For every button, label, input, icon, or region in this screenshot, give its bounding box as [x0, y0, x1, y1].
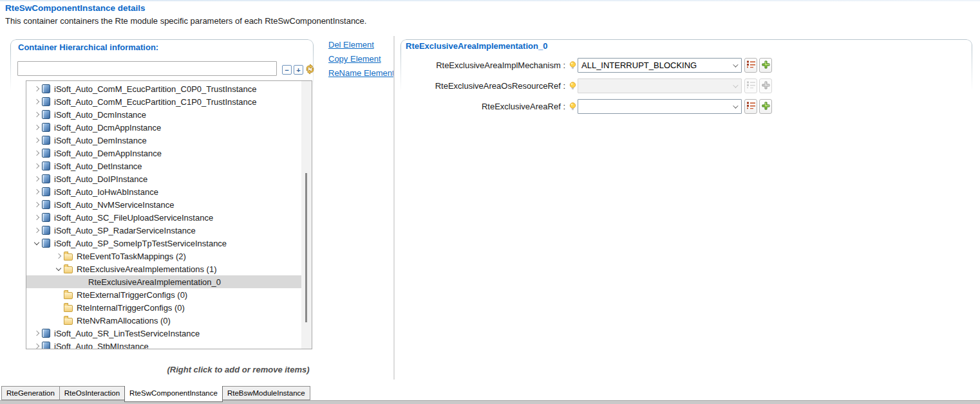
- module-icon: [42, 123, 50, 132]
- expander-spacer: [55, 288, 64, 301]
- tree-item-label: RteExternalTriggerConfigs (0): [77, 290, 187, 300]
- container-hierarchy-tree[interactable]: iSoft_Auto_ComM_EcucPartition_C0P0_Trust…: [26, 80, 312, 349]
- field-combobox[interactable]: [578, 99, 742, 114]
- field-row: RteExclusiveAreaOsResourceRef :: [406, 78, 772, 93]
- module-icon: [42, 161, 50, 170]
- tree-item[interactable]: RteExternalTriggerConfigs (0): [26, 288, 301, 301]
- tree-item[interactable]: iSoft_Auto_DcmInstance: [26, 108, 301, 121]
- module-icon: [42, 226, 50, 235]
- tree-item[interactable]: iSoft_Auto_ComM_EcucPartition_C0P0_Trust…: [26, 82, 301, 95]
- folder-icon: [64, 266, 73, 273]
- chevron-right-icon[interactable]: [55, 250, 64, 262]
- field-label: RteExclusiveAreaImplMechanism :: [406, 60, 565, 70]
- chevron-right-icon[interactable]: [33, 134, 42, 147]
- module-icon: [42, 174, 50, 183]
- tree-item[interactable]: iSoft_Auto_DcmAppInstance: [26, 121, 301, 134]
- field-combobox[interactable]: ALL_INTERRUPT_BLOCKING: [578, 58, 742, 73]
- panel-divider: [393, 36, 395, 380]
- chevron-right-icon[interactable]: [33, 340, 42, 349]
- tree-item-label: iSoft_Auto_IoHwAbInstance: [54, 187, 158, 197]
- chevron-right-icon[interactable]: [33, 172, 42, 185]
- chevron-right-icon[interactable]: [33, 211, 42, 224]
- tree-item[interactable]: iSoft_Auto_ComM_EcucPartition_C1P0_Trust…: [26, 95, 301, 108]
- tab-RteSwComponentInstance[interactable]: RteSwComponentInstance: [124, 386, 223, 402]
- tree-item-label: iSoft_Auto_ComM_EcucPartition_C0P0_Trust…: [54, 84, 257, 94]
- chevron-down-icon[interactable]: [55, 262, 64, 275]
- tab-RteBswModuleInstance[interactable]: RteBswModuleInstance: [222, 386, 310, 400]
- chevron-right-icon[interactable]: [33, 147, 42, 160]
- expand-all-icon: +: [296, 66, 300, 74]
- tree-item[interactable]: iSoft_Auto_IoHwAbInstance: [26, 185, 301, 198]
- module-icon: [42, 342, 50, 349]
- collapse-all-button[interactable]: −: [282, 65, 292, 75]
- folder-icon: [64, 305, 73, 312]
- tree-filter-input[interactable]: [17, 61, 277, 76]
- list-icon: [747, 81, 755, 91]
- tree-item[interactable]: iSoft_Auto_SP_RadarServiceInstance: [26, 224, 301, 237]
- module-icon: [42, 97, 50, 106]
- tree-item-label: RteExclusiveAreaImplementations (1): [77, 264, 216, 274]
- tree-item[interactable]: iSoft_Auto_SP_SomeIpTpTestServiceInstanc…: [26, 237, 301, 250]
- tree-item-label: iSoft_Auto_DemInstance: [54, 136, 147, 145]
- tree-item[interactable]: iSoft_Auto_SC_FileUploadServiceInstance: [26, 211, 301, 224]
- add-button: [759, 78, 772, 93]
- tab-RteOsInteraction[interactable]: RteOsInteraction: [59, 386, 125, 400]
- tree-item[interactable]: RteNvRamAllocations (0): [26, 314, 301, 327]
- chevron-right-icon[interactable]: [33, 82, 42, 95]
- field-combobox: [578, 78, 742, 93]
- tree-item-label: RteNvRamAllocations (0): [77, 316, 171, 326]
- expander-spacer: [55, 301, 64, 314]
- tree-item[interactable]: iSoft_Auto_StbMInstance: [26, 340, 301, 349]
- chevron-right-icon[interactable]: [33, 121, 42, 134]
- tree-item[interactable]: iSoft_Auto_DoIPInstance: [26, 172, 301, 185]
- tree-item[interactable]: RteExclusiveAreaImplementation_0: [26, 275, 301, 288]
- chevron-right-icon[interactable]: [33, 108, 42, 121]
- dropdown-chevron-icon: [733, 62, 738, 67]
- tree-item-label: iSoft_Auto_SR_LinTestServiceInstance: [54, 329, 200, 338]
- module-icon: [42, 200, 50, 209]
- chevron-right-icon[interactable]: [33, 224, 42, 237]
- tree-item[interactable]: RteEventToTaskMappings (2): [26, 250, 301, 262]
- tree-item[interactable]: iSoft_Auto_SR_LinTestServiceInstance: [26, 327, 301, 340]
- tree-item[interactable]: RteInternalTriggerConfigs (0): [26, 301, 301, 314]
- copy-element-link[interactable]: Copy Element: [328, 54, 381, 64]
- chevron-right-icon[interactable]: [33, 160, 42, 172]
- module-icon: [42, 213, 50, 222]
- rename-element-link[interactable]: ReName Element: [328, 68, 395, 78]
- left-panel-title: Container Hierarchical information:: [18, 42, 158, 52]
- chevron-right-icon[interactable]: [33, 327, 42, 340]
- module-icon: [42, 110, 50, 119]
- refresh-icon: [305, 67, 316, 77]
- chevron-down-icon[interactable]: [33, 237, 42, 250]
- del-element-link[interactable]: Del Element: [328, 40, 374, 50]
- list-icon: [747, 60, 755, 70]
- tree-item[interactable]: iSoft_Auto_NvMServiceInstance: [26, 198, 301, 211]
- chevron-right-icon[interactable]: [33, 198, 42, 211]
- chevron-right-icon[interactable]: [33, 185, 42, 198]
- expander-spacer: [75, 275, 84, 288]
- list-selector-button[interactable]: [744, 99, 757, 114]
- tree-item-label: iSoft_Auto_SC_FileUploadServiceInstance: [54, 213, 213, 223]
- tree-item-label: iSoft_Auto_DcmAppInstance: [54, 123, 161, 133]
- parameter-bulb-icon: [569, 82, 576, 91]
- parameter-bulb-icon: [569, 61, 576, 70]
- tab-RteGeneration[interactable]: RteGeneration: [1, 386, 60, 400]
- list-selector-button[interactable]: [744, 58, 757, 73]
- tree-item[interactable]: iSoft_Auto_DetInstance: [26, 160, 301, 172]
- tree-item[interactable]: RteExclusiveAreaImplementations (1): [26, 262, 301, 275]
- tree-item[interactable]: iSoft_Auto_DemAppInstance: [26, 147, 301, 160]
- tree-scrollbar[interactable]: [301, 81, 312, 349]
- refresh-button[interactable]: [304, 64, 316, 75]
- tree-item[interactable]: iSoft_Auto_DemInstance: [26, 134, 301, 147]
- tree-item-label: RteExclusiveAreaImplementation_0: [88, 277, 221, 287]
- chevron-right-icon[interactable]: [33, 95, 42, 108]
- module-icon: [42, 239, 50, 248]
- add-button[interactable]: [759, 58, 772, 73]
- add-icon: [762, 102, 770, 112]
- tree-scrollbar-thumb[interactable]: [305, 173, 307, 322]
- tree-item-label: iSoft_Auto_StbMInstance: [54, 342, 149, 350]
- expand-all-button[interactable]: +: [294, 65, 303, 75]
- tree-item-label: iSoft_Auto_ComM_EcucPartition_C1P0_Trust…: [54, 97, 257, 107]
- parameter-bulb-icon: [569, 102, 576, 111]
- add-button[interactable]: [759, 99, 772, 114]
